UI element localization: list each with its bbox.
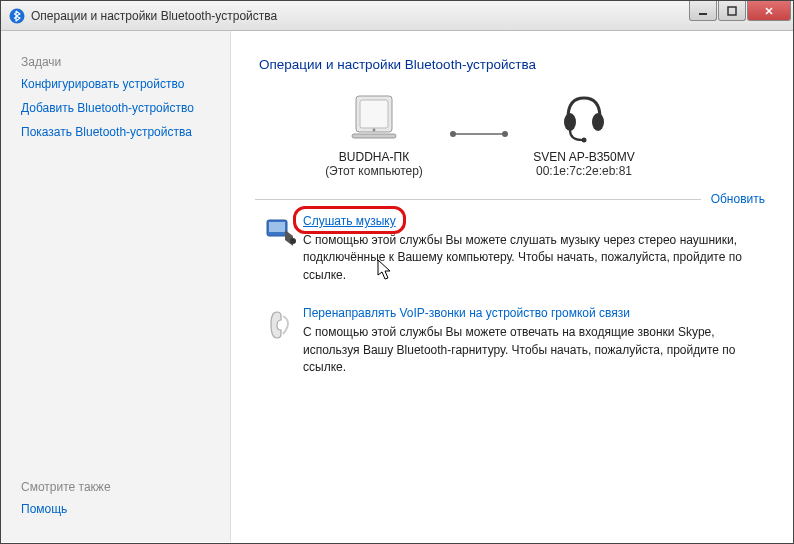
device-headset-mac: 00:1e:7c:2e:eb:81 (536, 164, 632, 178)
svg-point-15 (290, 238, 296, 244)
svg-point-10 (564, 113, 576, 131)
refresh-row: Обновить (255, 192, 765, 206)
svg-rect-14 (269, 222, 285, 232)
svg-point-12 (582, 138, 587, 143)
svg-rect-4 (360, 100, 388, 128)
sidebar-heading-see-also: Смотрите также (21, 480, 214, 494)
sidebar-link-add[interactable]: Добавить Bluetooth-устройство (21, 101, 214, 115)
minimize-button[interactable] (689, 1, 717, 21)
sidebar: Задачи Конфигурировать устройство Добави… (1, 31, 231, 542)
device-pair: BUDDHA-ПК (Этот компьютер) SVEN AP-B350M… (299, 90, 765, 178)
main-panel: Операции и настройки Bluetooth-устройств… (231, 31, 793, 542)
computer-icon (346, 90, 402, 144)
device-pc-sub: (Этот компьютер) (325, 164, 423, 178)
window-controls (688, 1, 791, 21)
service-music-link[interactable]: Слушать музыку (303, 214, 396, 228)
window-body: Задачи Конфигурировать устройство Добави… (1, 31, 793, 542)
headset-icon (556, 90, 612, 144)
sidebar-link-help[interactable]: Помощь (21, 502, 214, 516)
window-title: Операции и настройки Bluetooth-устройств… (31, 9, 277, 23)
maximize-button[interactable] (718, 1, 746, 21)
service-voip-link[interactable]: Перенаправлять VoIP-звонки на устройство… (303, 306, 630, 320)
sidebar-link-configure[interactable]: Конфигурировать устройство (21, 77, 214, 91)
sidebar-link-show[interactable]: Показать Bluetooth-устройства (21, 125, 214, 139)
device-headset[interactable]: SVEN AP-B350MV 00:1e:7c:2e:eb:81 (509, 90, 659, 178)
device-pc[interactable]: BUDDHA-ПК (Этот компьютер) (299, 90, 449, 178)
page-title: Операции и настройки Bluetooth-устройств… (259, 57, 765, 72)
sidebar-heading-tasks: Задачи (21, 55, 214, 69)
separator (255, 199, 701, 200)
svg-point-8 (450, 131, 456, 137)
svg-rect-6 (352, 134, 396, 138)
bluetooth-icon (9, 8, 25, 24)
service-voip: Перенаправлять VoIP-звонки на устройство… (259, 306, 765, 376)
service-voip-desc: С помощью этой службы Вы можете отвечать… (303, 324, 765, 376)
connection-line-icon (449, 106, 509, 162)
voip-service-icon (259, 306, 303, 344)
window: Операции и настройки Bluetooth-устройств… (0, 0, 794, 544)
service-music-desc: С помощью этой службы Вы можете слушать … (303, 232, 765, 284)
service-music: Слушать музыку С помощью этой службы Вы … (259, 214, 765, 284)
titlebar: Операции и настройки Bluetooth-устройств… (1, 1, 793, 31)
svg-point-11 (592, 113, 604, 131)
music-service-icon (259, 214, 303, 252)
svg-point-9 (502, 131, 508, 137)
refresh-link[interactable]: Обновить (711, 192, 765, 206)
device-headset-name: SVEN AP-B350MV (533, 150, 634, 164)
svg-rect-2 (728, 7, 736, 15)
close-button[interactable] (747, 1, 791, 21)
svg-rect-1 (699, 13, 707, 15)
service-music-link-text: Слушать музыку (303, 214, 396, 228)
svg-point-5 (373, 129, 376, 132)
device-pc-name: BUDDHA-ПК (339, 150, 409, 164)
